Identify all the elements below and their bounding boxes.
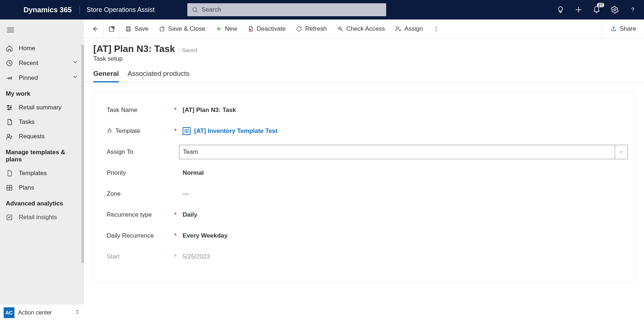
sidebar-scrollbar[interactable] bbox=[81, 45, 84, 263]
field-task-name: Task Name * [AT] Plan N3: Task bbox=[107, 100, 628, 121]
form-section-general: Task Name * [AT] Plan N3: Task Template … bbox=[93, 91, 635, 282]
hamburger-toggle[interactable] bbox=[0, 24, 84, 41]
cmd-label: Deactivate bbox=[257, 25, 286, 32]
sidebar-item-retail-insights[interactable]: Retail insights bbox=[0, 210, 84, 225]
global-nav-bar: Dynamics 365 Store Operations Assist Sea… bbox=[0, 0, 644, 19]
plus-icon bbox=[216, 26, 222, 32]
daily-recurrence-input[interactable]: Every Weekday bbox=[179, 230, 628, 242]
sidebar-item-label: Pinned bbox=[19, 74, 38, 82]
sidebar-item-pinned[interactable]: Pinned bbox=[0, 70, 84, 85]
sidebar-item-home[interactable]: Home bbox=[0, 41, 84, 56]
home-icon bbox=[6, 45, 13, 52]
sidebar-item-label: Plans bbox=[19, 184, 34, 191]
chevron-down-icon bbox=[72, 74, 78, 82]
deactivate-icon bbox=[247, 26, 254, 32]
plus-icon[interactable] bbox=[575, 6, 583, 14]
sidebar-item-label: Recent bbox=[19, 60, 38, 67]
check-access-button[interactable]: Check Access bbox=[332, 19, 390, 38]
key-search-icon bbox=[337, 26, 344, 32]
cmd-label: Save & Close bbox=[168, 25, 205, 32]
save-icon bbox=[125, 26, 132, 32]
svg-rect-24 bbox=[127, 29, 129, 31]
refresh-button[interactable]: Refresh bbox=[291, 19, 332, 38]
sidebar-item-plans[interactable]: Plans bbox=[0, 181, 84, 195]
help-icon[interactable] bbox=[629, 6, 637, 14]
chevron-down-icon bbox=[72, 59, 78, 67]
recurrence-type-input[interactable]: Daily bbox=[179, 209, 628, 221]
select-value: Team bbox=[183, 148, 198, 156]
document-icon bbox=[6, 118, 13, 126]
brand-label[interactable]: Dynamics 365 bbox=[24, 6, 80, 14]
cmd-label: Assign bbox=[404, 25, 423, 32]
new-button[interactable]: New bbox=[210, 19, 242, 38]
area-label: Action center bbox=[18, 309, 52, 316]
sidebar-item-tasks[interactable]: Tasks bbox=[0, 115, 84, 129]
required-marker: * bbox=[172, 127, 179, 135]
sidebar-item-label: Tasks bbox=[19, 118, 34, 126]
field-label: Template bbox=[115, 127, 140, 135]
grid-icon bbox=[6, 184, 13, 191]
save-button[interactable]: Save bbox=[120, 19, 154, 38]
sidebar-item-templates[interactable]: Templates bbox=[0, 166, 84, 181]
svg-point-4 bbox=[614, 9, 616, 11]
pin-icon bbox=[6, 74, 13, 82]
notifications-icon[interactable]: 27 bbox=[593, 6, 601, 14]
field-daily-recurrence: Daily Recurrence * Every Weekday bbox=[107, 225, 628, 246]
assign-to-select[interactable]: Team bbox=[179, 145, 628, 159]
svg-point-33 bbox=[436, 26, 436, 27]
sidebar-item-recent[interactable]: Recent bbox=[0, 56, 84, 70]
start-date-input[interactable]: 5/25/2023 bbox=[179, 251, 628, 263]
sidebar-item-requests[interactable]: Requests bbox=[0, 129, 84, 144]
field-zone: Zone --- bbox=[107, 183, 628, 204]
field-priority: Priority Normal bbox=[107, 162, 628, 183]
assign-icon bbox=[395, 26, 401, 32]
back-button[interactable] bbox=[87, 19, 103, 38]
record-title: [AT] Plan N3: Task bbox=[93, 43, 175, 55]
person-question-icon bbox=[6, 133, 13, 140]
zone-input[interactable]: --- bbox=[179, 188, 628, 200]
file-dashed-icon bbox=[6, 170, 13, 177]
deactivate-button[interactable]: Deactivate bbox=[242, 19, 291, 38]
open-in-new-window-button[interactable] bbox=[103, 19, 120, 38]
app-name-label[interactable]: Store Operations Assist bbox=[80, 6, 154, 14]
save-close-icon bbox=[159, 26, 165, 32]
svg-point-17 bbox=[11, 138, 12, 138]
field-label: Assign To bbox=[107, 148, 133, 156]
save-close-button[interactable]: Save & Close bbox=[154, 19, 210, 38]
field-label: Task Name bbox=[107, 107, 137, 114]
task-name-input[interactable]: [AT] Plan N3: Task bbox=[179, 104, 628, 116]
field-template: Template * [AT] Inventory Template Test bbox=[107, 121, 628, 142]
insights-icon bbox=[6, 214, 13, 221]
main-content: Save Save & Close New Deactivate Refresh… bbox=[84, 19, 644, 321]
share-button[interactable]: Share bbox=[605, 19, 641, 38]
field-label: Daily Recurrence bbox=[107, 232, 154, 239]
tab-general[interactable]: General bbox=[93, 70, 119, 82]
lock-icon bbox=[107, 127, 112, 135]
svg-point-16 bbox=[7, 134, 10, 136]
required-marker: * bbox=[172, 211, 179, 219]
clock-icon bbox=[6, 60, 13, 67]
global-search-input[interactable]: Search bbox=[187, 3, 386, 16]
area-switcher[interactable]: AC Action center bbox=[0, 304, 84, 321]
priority-input[interactable]: Normal bbox=[179, 167, 628, 179]
more-vertical-icon bbox=[433, 26, 439, 32]
record-header: [AT] Plan N3: Task - Saved Task setup bbox=[84, 38, 644, 62]
svg-point-29 bbox=[338, 27, 341, 30]
tab-associated-products[interactable]: Associated products bbox=[128, 70, 189, 82]
required-marker: * bbox=[172, 107, 179, 114]
template-lookup-link[interactable]: [AT] Inventory Template Test bbox=[183, 127, 624, 135]
sidebar-item-retail-summary[interactable]: Retail summary bbox=[0, 100, 84, 115]
svg-point-34 bbox=[436, 28, 436, 29]
overflow-button[interactable] bbox=[428, 19, 444, 38]
cmd-label: Share bbox=[620, 25, 636, 32]
svg-line-30 bbox=[341, 30, 342, 31]
field-start: Start * 5/25/2023 bbox=[107, 246, 628, 267]
cmd-label: New bbox=[225, 25, 237, 32]
cmd-label: Check Access bbox=[346, 25, 385, 32]
notification-badge: 27 bbox=[597, 3, 604, 7]
assign-button[interactable]: Assign bbox=[390, 19, 428, 38]
lightbulb-icon[interactable] bbox=[556, 6, 564, 14]
sidebar-section-analytics: Advanced analytics bbox=[0, 195, 84, 210]
gear-icon[interactable] bbox=[611, 6, 619, 14]
site-map-sidebar: Home Recent Pinned My work Retail summar… bbox=[0, 19, 84, 321]
